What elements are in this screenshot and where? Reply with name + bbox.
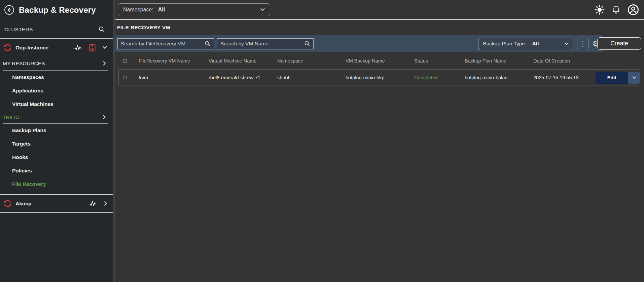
sidebar-item-label: Policies — [12, 168, 32, 174]
cluster-name: Akocp — [15, 201, 31, 207]
cell-namespace: shubh — [275, 75, 343, 80]
sidebar-item-targets[interactable]: Targets — [0, 137, 113, 151]
sidebar-item-label: Namespaces — [12, 74, 44, 80]
table-row: frvm rhel8-emerald-shrew-71 shubh hotplu… — [118, 70, 641, 85]
cluster-report-icon[interactable] — [89, 44, 96, 51]
sidebar-item-label: Hooks — [12, 154, 28, 160]
clusters-label: CLUSTERS — [4, 27, 33, 32]
search-filerecovery-field — [117, 38, 214, 49]
main-area: Namespace: All — [115, 0, 644, 282]
search-icon[interactable] — [304, 41, 313, 47]
trilio-label: TRILIO — [3, 114, 20, 120]
namespace-dropdown[interactable]: Namespace: All — [118, 3, 270, 16]
row-checkbox[interactable] — [123, 76, 127, 79]
sidebar-item-hooks[interactable]: Hooks — [0, 151, 113, 164]
topbar-icons — [595, 4, 644, 15]
sidebar: Backup & Recovery CLUSTERS Ocp-Insta — [0, 0, 113, 282]
select-all-checkbox[interactable] — [123, 59, 127, 63]
column-header-status: Status — [412, 58, 462, 64]
sidebar-item-label: File Recovery — [12, 181, 46, 187]
back-icon[interactable] — [4, 5, 14, 15]
divider — [0, 212, 113, 213]
backup-plan-type-dropdown[interactable]: Backup Plan Type : All — [478, 38, 573, 50]
sidebar-item-label: Virtual Machines — [12, 101, 53, 107]
notifications-bell-icon[interactable] — [612, 5, 620, 14]
toolbar-band: Backup Plan Type : All ⚙ — [115, 35, 603, 52]
sidebar-item-label: Backup Plans — [12, 127, 46, 133]
cluster-expand-chevron-right-icon[interactable] — [104, 201, 107, 206]
namespace-value: All — [158, 7, 165, 13]
sidebar-item-virtual-machines[interactable]: Virtual Machines — [0, 97, 113, 111]
edit-dropdown-toggle[interactable] — [628, 72, 640, 84]
my-resources-chevron-right-icon — [103, 61, 106, 66]
trilio-section[interactable]: TRILIO — [0, 111, 113, 123]
search-vm-input[interactable] — [217, 41, 304, 47]
sidebar-item-policies[interactable]: Policies — [0, 164, 113, 177]
edit-split-button: Edit — [596, 72, 640, 84]
user-avatar-icon[interactable] — [628, 4, 639, 15]
sidebar-item-file-recovery[interactable]: File Recovery — [0, 177, 113, 191]
sidebar-item-namespaces[interactable]: Namespaces — [0, 71, 113, 84]
row-actions: Edit — [595, 72, 641, 84]
cluster-row-ocp-instance[interactable]: Ocp-Instance — [0, 39, 113, 56]
app-screen: Backup & Recovery CLUSTERS Ocp-Insta — [0, 0, 644, 282]
cluster-row-akocp[interactable]: Akocp — [0, 195, 113, 212]
trilio-chevron-right-icon — [103, 115, 106, 119]
toolbar: Backup Plan Type : All ⚙ Create — [115, 35, 644, 52]
chevron-down-icon — [564, 42, 569, 45]
search-vm-field — [217, 38, 314, 49]
sidebar-divider-strip — [113, 0, 115, 282]
more-options-kebab-button[interactable] — [577, 38, 588, 50]
cluster-name: Ocp-Instance — [15, 45, 48, 51]
chevron-down-icon — [260, 8, 265, 11]
table-header-row: FileRecovery VM Name Virtual Machine Nam… — [115, 52, 644, 70]
status-badge: Completed — [412, 75, 462, 80]
cell-vm-backup-name: hotplug-minio-bkp — [343, 75, 412, 80]
cluster-health-pulse-icon[interactable] — [73, 44, 82, 51]
page-title: FILE RECOVERY VM — [115, 20, 644, 35]
search-filerecovery-input[interactable] — [118, 41, 205, 47]
sidebar-item-label: Targets — [12, 141, 31, 147]
column-header-virtual-machine-name: Virtual Machine Name — [206, 58, 275, 64]
my-resources-label: MY RESOURCES — [3, 61, 45, 67]
app-title: Backup & Recovery — [19, 5, 96, 15]
create-button[interactable]: Create — [597, 37, 641, 50]
openshift-logo-icon — [4, 200, 11, 207]
column-header-vm-backup-name: VM Backup Name — [343, 58, 412, 64]
edit-button[interactable]: Edit — [596, 72, 628, 84]
clusters-section-header: CLUSTERS — [0, 20, 113, 39]
sidebar-item-label: Applications — [12, 88, 43, 94]
search-icon[interactable] — [205, 41, 214, 47]
column-header-backup-plan-name: Backup Plan Name — [462, 58, 531, 64]
sidebar-item-backup-plans[interactable]: Backup Plans — [0, 124, 113, 137]
cluster-search-icon[interactable] — [98, 26, 105, 33]
openshift-logo-icon — [4, 44, 11, 51]
theme-sun-icon[interactable] — [595, 5, 605, 15]
sidebar-header: Backup & Recovery — [0, 0, 113, 20]
sidebar-item-applications[interactable]: Applications — [0, 84, 113, 97]
backup-plan-type-label: Backup Plan Type : — [483, 41, 528, 47]
column-header-date-of-creation: Date Of Creation — [531, 58, 595, 64]
cluster-health-pulse-icon[interactable] — [88, 200, 97, 207]
column-header-namespace: Namespace — [275, 58, 343, 64]
namespace-label: Namespace: — [123, 7, 153, 13]
cell-date-of-creation: 2025-07-15 19:55:13 — [531, 75, 595, 80]
cell-virtual-machine-name: rhel8-emerald-shrew-71 — [206, 75, 275, 80]
cell-filerecovery-vm-name: frvm — [136, 75, 206, 80]
table-row-container: frvm rhel8-emerald-shrew-71 shubh hotplu… — [118, 70, 641, 85]
my-resources-section[interactable]: MY RESOURCES — [0, 56, 113, 70]
cluster-collapse-chevron-down-icon[interactable] — [103, 46, 107, 49]
top-bar: Namespace: All — [115, 0, 644, 20]
backup-plan-type-value: All — [532, 41, 539, 47]
cell-backup-plan-name: hotplug-minio-bplan — [462, 75, 531, 80]
column-header-filerecovery-vm-name: FileRecovery VM Name — [136, 58, 206, 64]
